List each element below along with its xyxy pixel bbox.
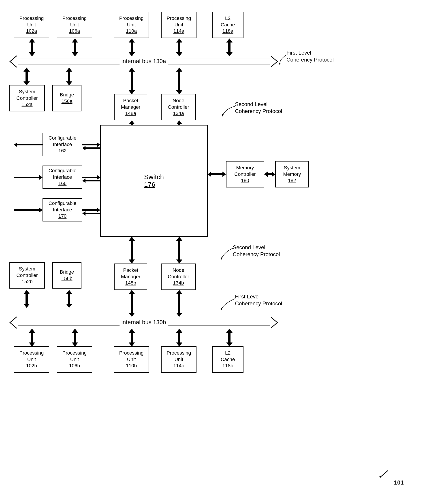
processing-unit-114a: ProcessingUnit114a xyxy=(161,12,197,38)
node-controller-134b: NodeController134b xyxy=(161,264,196,290)
first-level-coherency-top: First LevelCoherency Protocol xyxy=(286,49,334,63)
system-controller-152a: SystemController152a xyxy=(9,85,45,111)
bridge-156a: Bridge156a xyxy=(52,85,81,111)
processing-unit-106b: ProcessingUnit106b xyxy=(57,346,92,373)
processing-unit-106a: ProcessingUnit106a xyxy=(57,12,92,38)
arrow-bridge156a xyxy=(66,68,72,86)
arrow-114a-bus xyxy=(176,38,182,56)
internal-bus-130a: internal bus 130a xyxy=(9,55,278,68)
arrow-106a-bus xyxy=(72,38,78,56)
memory-controller-180: MemoryController180 xyxy=(226,161,264,187)
arrow-102a-bus xyxy=(29,38,35,56)
packet-manager-148b: PacketManager148b xyxy=(114,264,147,290)
second-level-coherency-top: Second LevelCoherency Protocol xyxy=(235,101,282,115)
switch-176: Switch176 xyxy=(100,125,208,237)
first-level-coherency-bottom: First LevelCoherency Protocol xyxy=(235,293,282,307)
arrow-ci170-in xyxy=(14,208,42,212)
annotation-line-second-bottom xyxy=(221,246,238,259)
arrow-nc134a-from-bus xyxy=(176,68,182,94)
system-controller-152b: SystemController152b xyxy=(9,262,45,288)
arrow-ci162-from-switch xyxy=(82,146,100,150)
arrow-102b-bus xyxy=(29,329,35,346)
svg-line-4 xyxy=(380,470,388,477)
svg-marker-1 xyxy=(222,114,223,117)
arrow-118b-bus xyxy=(226,329,233,346)
annotation-line-first-bottom xyxy=(221,298,238,311)
second-level-coherency-bottom: Second LevelCoherency Protocol xyxy=(233,244,280,258)
processing-unit-110b: ProcessingUnit110b xyxy=(114,346,149,373)
node-controller-134a: NodeController134a xyxy=(161,94,196,120)
l2-cache-118a: L2Cache118a xyxy=(212,12,243,38)
arrow-ci166-in xyxy=(14,175,42,180)
annotation-line-second-top xyxy=(222,104,240,117)
l2-cache-118b: L2Cache118b xyxy=(212,346,243,373)
arrow-nc134b-to-bus xyxy=(176,290,182,317)
arrow-sysctrl152a xyxy=(23,68,30,86)
processing-unit-102b: ProcessingUnit102b xyxy=(14,346,49,373)
processing-unit-114b: ProcessingUnit114b xyxy=(161,346,197,373)
arrow-ci170-from-switch xyxy=(82,211,100,216)
arrow-memctrl-sysmem xyxy=(264,172,275,177)
processing-unit-102a: ProcessingUnit102a xyxy=(14,12,49,38)
packet-manager-148a: PacketManager148a xyxy=(114,94,147,120)
main-diagram: ProcessingUnit102a ProcessingUnit106a Pr… xyxy=(0,0,444,504)
configurable-interface-170: ConfigurableInterface170 xyxy=(42,198,82,221)
annotation-line-top xyxy=(278,53,291,66)
arrow-pm148a-from-bus xyxy=(129,68,135,94)
processing-unit-110a: ProcessingUnit110a xyxy=(114,12,149,38)
svg-marker-3 xyxy=(221,308,222,310)
arrow-switch-to-nc134b xyxy=(176,237,182,264)
bridge-156b: Bridge156b xyxy=(52,262,81,288)
internal-bus-130b: internal bus 130b xyxy=(9,317,278,329)
svg-marker-2 xyxy=(221,257,222,260)
arrow-sysctrl152b xyxy=(23,290,30,308)
svg-marker-0 xyxy=(279,63,281,65)
arrow-ci162-in xyxy=(14,143,42,147)
arrow-106b-bus xyxy=(72,329,78,346)
arrow-110b-bus xyxy=(129,329,135,346)
configurable-interface-162: ConfigurableInterface162 xyxy=(42,133,82,156)
configurable-interface-166: ConfigurableInterface166 xyxy=(42,165,82,189)
figure-arrow xyxy=(377,468,395,482)
arrow-pm148b-to-bus xyxy=(129,290,135,317)
arrow-114b-bus xyxy=(176,329,182,346)
arrow-switch-memctrl xyxy=(208,172,226,177)
arrow-bridge156b xyxy=(66,290,72,308)
arrow-ci166-from-switch xyxy=(82,179,100,183)
arrow-110a-bus xyxy=(129,38,135,56)
arrow-switch-to-pm148b xyxy=(129,237,135,264)
arrow-118a-bus xyxy=(226,38,233,56)
figure-number: 101 xyxy=(394,479,404,486)
system-memory-182: SystemMemory182 xyxy=(275,161,309,187)
